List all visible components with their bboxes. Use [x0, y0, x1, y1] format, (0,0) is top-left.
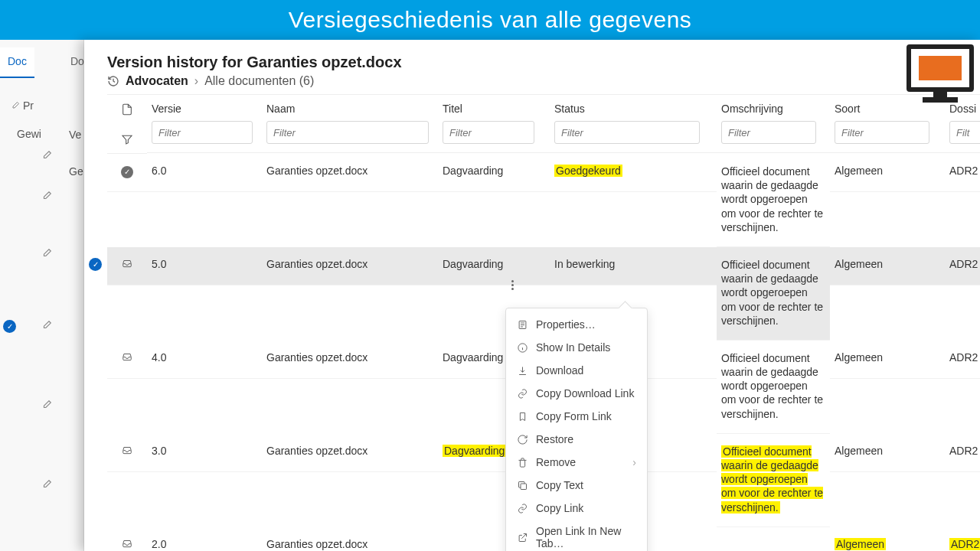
col-naam: Naam	[262, 95, 438, 153]
bg-left-ve: Ve	[69, 129, 81, 141]
cell-titel: Dagvaarding	[438, 154, 550, 192]
cell-versie: 6.0	[147, 154, 262, 192]
background-tabs: Doc Do	[0, 47, 69, 78]
monitor-logo	[903, 44, 977, 110]
cell-omschrijving: Officieel document waarin de gedaagde wo…	[717, 247, 830, 341]
breadcrumb-link-advocaten[interactable]: Advocaten	[126, 74, 188, 88]
filter-icon[interactable]	[121, 126, 133, 148]
link-icon	[517, 503, 528, 514]
inbox-icon	[121, 352, 133, 364]
cell-omschrijving: Officieel document waarin de gedaagde wo…	[717, 154, 830, 247]
filter-versie[interactable]	[152, 121, 253, 144]
trash-icon	[517, 457, 528, 468]
top-banner: Versiegeschiedenis van alle gegevens	[0, 0, 980, 40]
row-selected-icon[interactable]	[89, 258, 102, 271]
filter-status[interactable]	[554, 121, 700, 144]
menu-copy-form-link[interactable]: Copy Form Link	[506, 405, 647, 428]
cell-dossier: ADR2	[945, 341, 980, 379]
row-status-icon	[107, 154, 147, 192]
copy-link-icon	[517, 388, 528, 399]
row-status-icon	[107, 247, 147, 285]
breadcrumb-separator: ›	[194, 74, 198, 88]
panel-header: Version history for Garanties opzet.docx…	[84, 40, 980, 94]
menu-show-details[interactable]: Show In Details	[506, 336, 647, 359]
filter-soort[interactable]	[835, 121, 929, 144]
cell-omschrijving: Officieel document waarin de gedaagde wo…	[717, 434, 830, 527]
cell-dossier: ADR2	[945, 434, 980, 472]
col-omschrijving: Omschrijving	[717, 95, 830, 153]
menu-properties[interactable]: Properties…	[506, 313, 647, 336]
col-titel: Titel	[438, 95, 550, 153]
bg-left-gewi: Gewi	[17, 128, 41, 140]
menu-download[interactable]: Download	[506, 359, 647, 382]
filter-omschrijving[interactable]	[721, 121, 816, 144]
cell-soort: Algemeen	[830, 527, 945, 551]
row-status-icon	[107, 527, 147, 551]
cell-omschrijving: Officieel document waarin de gedaagde wo…	[717, 341, 830, 434]
restore-icon	[517, 434, 528, 445]
inbox-icon	[121, 259, 133, 271]
cell-soort: Algemeen	[830, 247, 945, 285]
external-link-icon	[517, 532, 528, 543]
document-icon	[121, 103, 133, 119]
menu-restore[interactable]: Restore	[506, 428, 647, 451]
cell-status: Goedgekeurd	[550, 154, 717, 192]
pencil-icon	[41, 191, 52, 204]
cell-naam[interactable]: Garanties opzet.docx	[262, 247, 438, 285]
pencil-icon	[41, 399, 52, 413]
cell-dossier: ADR2	[945, 154, 980, 192]
col-icons	[107, 95, 147, 154]
properties-icon	[517, 319, 528, 331]
banner-title: Versiegeschiedenis van alle gegevens	[289, 7, 692, 33]
breadcrumb-current: Alle documenten (6)	[204, 74, 314, 88]
filter-titel[interactable]	[443, 121, 534, 144]
bg-left-pr: Pr	[11, 99, 34, 112]
cell-versie: 4.0	[147, 341, 262, 379]
cell-soort: Algemeen	[830, 154, 945, 192]
svg-rect-2	[521, 484, 527, 490]
breadcrumb: Advocaten › Alle documenten (6)	[107, 74, 959, 88]
info-icon	[517, 342, 528, 354]
cell-soort: Algemeen	[830, 341, 945, 379]
cell-naam[interactable]: Garanties opzet.docx	[262, 341, 438, 379]
row-status-icon	[107, 341, 147, 379]
menu-copy-link[interactable]: Copy Link	[506, 497, 647, 520]
cell-versie: 2.0	[147, 527, 262, 551]
bg-tab-doc[interactable]: Doc	[0, 47, 34, 78]
cell-soort: Algemeen	[830, 434, 945, 472]
cell-naam[interactable]: Garanties opzet.docx	[262, 154, 438, 192]
row-status-icon	[107, 434, 147, 472]
filter-naam[interactable]	[266, 121, 429, 144]
cell-titel: Dagvaarding	[438, 247, 550, 285]
context-menu: Properties… Show In Details Download Cop…	[505, 308, 648, 551]
page-title: Version history for Garanties opzet.docx	[107, 54, 959, 71]
cell-omschrijving	[717, 527, 830, 551]
cell-naam[interactable]: Garanties opzet.docx	[262, 527, 438, 551]
cell-status: In bewerking	[550, 247, 717, 285]
cell-versie: 5.0	[147, 247, 262, 285]
menu-remove[interactable]: Remove ›	[506, 451, 647, 474]
copy-text-icon	[517, 480, 528, 491]
check-circle-icon	[121, 166, 133, 178]
cell-naam[interactable]: Garanties opzet.docx	[262, 434, 438, 472]
bg-row-selected-icon	[3, 320, 16, 333]
menu-copy-download-link[interactable]: Copy Download Link	[506, 382, 647, 405]
menu-copy-text[interactable]: Copy Text	[506, 474, 647, 497]
chevron-right-icon: ›	[632, 456, 636, 468]
pencil-icon	[41, 248, 52, 262]
menu-open-new-tab[interactable]: Open Link In New Tab…	[506, 520, 647, 551]
pencil-icon	[41, 479, 52, 493]
cell-versie: 3.0	[147, 434, 262, 472]
history-icon	[107, 75, 119, 87]
filter-dossier[interactable]	[949, 121, 980, 144]
inbox-icon	[121, 539, 133, 551]
bookmark-icon	[517, 411, 528, 422]
more-vertical-icon	[511, 280, 514, 290]
status-badge: Goedgekeurd	[554, 165, 622, 177]
cell-dossier: ADR2	[945, 527, 980, 551]
bg-left-ge: Ge	[69, 165, 83, 178]
row-actions-button[interactable]	[505, 277, 520, 292]
pencil-icon	[41, 320, 52, 334]
cell-dossier: ADR2	[945, 247, 980, 285]
inbox-icon	[121, 445, 133, 458]
